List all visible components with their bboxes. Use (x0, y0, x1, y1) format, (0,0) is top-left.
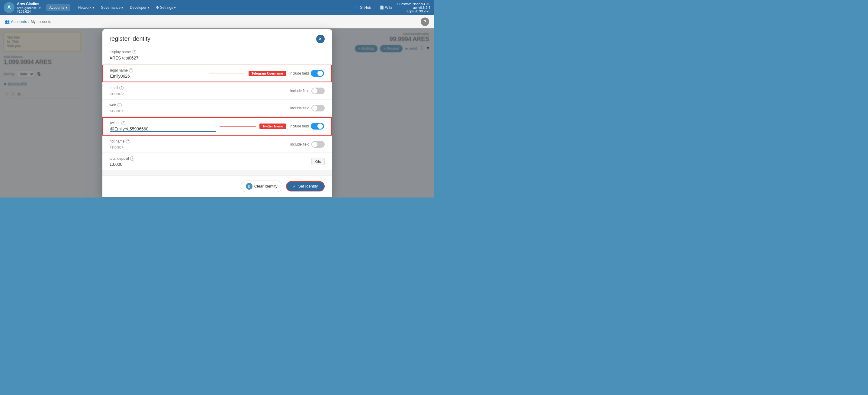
email-field: email ? <none> include field (102, 83, 332, 99)
twitter-toggle[interactable] (311, 123, 324, 129)
display-name-help[interactable]: ? (132, 50, 136, 54)
nav-network[interactable]: Network ▾ (75, 4, 97, 11)
total-deposit-value: 1.0000 (110, 162, 308, 167)
top-nav: Network ▾ Governance ▾ Developer ▾ ⚙ Set… (75, 4, 349, 11)
display-name-input[interactable] (110, 56, 325, 60)
riot-name-toggle[interactable] (311, 141, 325, 148)
secondbar: 👥 Accounts › My accounts ? (0, 15, 434, 28)
legal-name-value: Emily0626 (110, 74, 205, 79)
twitter-badge: Twitter Name (259, 123, 286, 129)
telegram-badge: Telegram Username (249, 71, 286, 76)
modal-close-button[interactable]: × (316, 35, 325, 43)
accounts-button[interactable]: Accounts ▾ (46, 4, 70, 11)
breadcrumb-accounts[interactable]: Accounts (11, 19, 27, 24)
web-help[interactable]: ? (118, 103, 122, 107)
app-logo: A (4, 2, 14, 13)
set-identity-button[interactable]: ✓ Set Identity (286, 181, 324, 191)
total-deposit-field: total deposit ? 1.0000 Kilo (102, 153, 332, 170)
riot-name-field: riot name ? <none> include field (102, 136, 332, 153)
help-icon[interactable]: ? (421, 18, 429, 26)
modal-overlay: register identity × display name ? (0, 28, 434, 198)
nav-governance[interactable]: Governance ▾ (98, 4, 126, 11)
breadcrumb-my-accounts[interactable]: My accounts (31, 20, 51, 24)
twitter-field: twitter ? Twitter Name include field (102, 117, 332, 135)
legal-name-help[interactable]: ? (129, 68, 133, 72)
web-toggle[interactable] (311, 105, 325, 112)
modal-body: display name ? legal name ? Emily0626 (102, 47, 332, 176)
riot-name-value: <none> (110, 145, 287, 150)
wiki-link[interactable]: 📄 Wiki (377, 4, 395, 11)
node-info: Substrate Node v3.0.0 api v6.8.2-6 apps … (398, 2, 430, 13)
modal-header: register identity × (102, 29, 332, 47)
register-identity-modal: register identity × display name ? (102, 29, 332, 197)
email-toggle[interactable] (311, 88, 325, 94)
nav-developer[interactable]: Developer ▾ (127, 4, 152, 11)
legal-name-toggle[interactable] (311, 70, 324, 77)
email-help[interactable]: ? (119, 86, 124, 90)
trash-icon: 🗑 (246, 183, 252, 190)
github-icon: 👤 (354, 5, 359, 10)
secondbar-right: ? (421, 18, 429, 26)
breadcrumb: 👥 Accounts › My accounts (5, 19, 51, 24)
wiki-icon: 📄 (380, 5, 384, 10)
total-deposit-help[interactable]: ? (130, 156, 134, 161)
email-value: <none> (110, 91, 287, 96)
check-icon: ✓ (293, 184, 296, 189)
github-link[interactable]: 👤 GitHub (351, 4, 374, 11)
riot-name-help[interactable]: ? (126, 139, 130, 144)
topbar-right: 👤 GitHub 📄 Wiki Substrate Node v3.0.0 ap… (351, 2, 430, 13)
modal-footer: 🗑 Clear Identity ✓ Set Identity (102, 176, 332, 197)
main-content: You hav to. This Visit you total balance… (0, 28, 434, 198)
nav-settings[interactable]: ⚙ Settings ▾ (153, 4, 179, 11)
display-name-field: display name ? (102, 47, 332, 64)
twitter-input[interactable] (110, 126, 216, 132)
legal-name-field: legal name ? Emily0626 Telegram Username… (102, 65, 332, 82)
deposit-unit: Kilo (311, 158, 325, 165)
clear-identity-button[interactable]: 🗑 Clear Identity (241, 181, 283, 192)
topbar: A Ares Gladios ares-gladios/105 #106,624… (0, 0, 434, 15)
twitter-help[interactable]: ? (121, 121, 125, 125)
dropdown-icon: ▾ (65, 5, 67, 10)
modal-title: register identity (110, 35, 151, 42)
web-value: <none> (110, 109, 287, 113)
legal-name-red-line (209, 73, 245, 73)
account-info: Ares Gladios ares-gladios/105 #106,624 (17, 2, 41, 13)
web-field: web ? <none> include field (102, 100, 332, 117)
people-icon: 👥 (5, 19, 10, 24)
